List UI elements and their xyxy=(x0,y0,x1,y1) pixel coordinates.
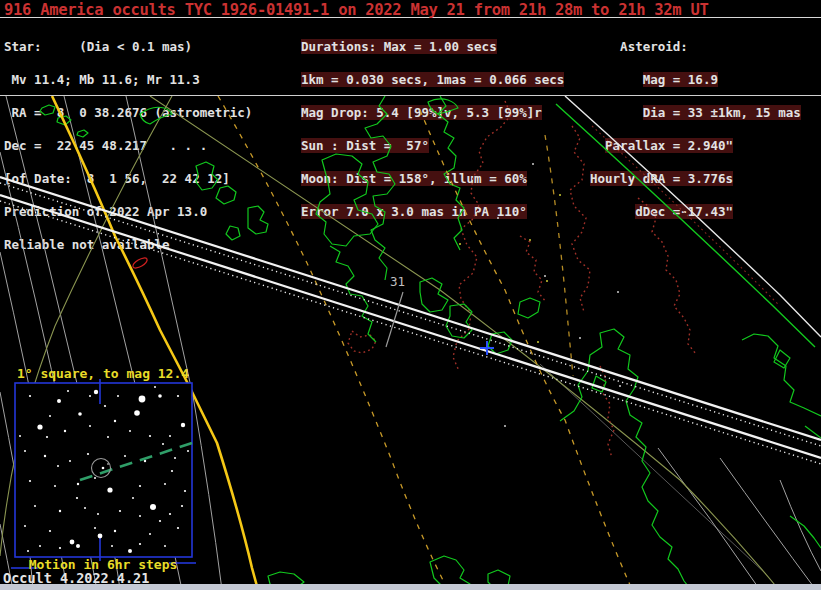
star-dot xyxy=(24,525,26,527)
star-dot xyxy=(70,540,75,545)
boundary-green-line xyxy=(556,104,815,347)
title-bar: 916 America occults TYC 1926-01491-1 on … xyxy=(0,0,821,18)
star-dot xyxy=(119,510,121,512)
visibility-boundary xyxy=(556,96,821,347)
star-line: Star: (Dia < 0.1 mas) xyxy=(4,41,252,52)
map-specks xyxy=(459,163,621,427)
star-dot xyxy=(164,545,166,547)
star-dot xyxy=(117,395,119,397)
olive-long-line xyxy=(150,96,775,585)
star-dot xyxy=(104,405,106,407)
star-dot xyxy=(139,515,141,517)
star-dot xyxy=(124,455,126,457)
star-dot xyxy=(94,527,96,529)
star-dot xyxy=(544,275,546,277)
star-dot xyxy=(94,390,98,394)
star-dot xyxy=(98,534,103,539)
star-dot xyxy=(69,460,71,462)
star-dot xyxy=(102,467,105,470)
star-dot xyxy=(134,410,140,416)
star-dot xyxy=(39,545,41,547)
star-dot xyxy=(159,520,161,522)
star-dot xyxy=(114,530,116,532)
map-canvas: 31 1° square, to mag 12.4 Motion in 6hr … xyxy=(0,96,821,590)
star-dot xyxy=(619,385,621,387)
star-dot xyxy=(111,545,113,547)
star-dot xyxy=(617,291,619,293)
occult-prediction-window: { "title": "916 America occults TYC 1926… xyxy=(0,0,821,590)
star-dot xyxy=(24,450,26,452)
star-dot xyxy=(59,547,61,549)
star-dot xyxy=(54,485,56,487)
star-dot xyxy=(154,386,156,388)
star-dot xyxy=(169,513,171,515)
star-dot xyxy=(77,483,79,485)
star-dot xyxy=(459,243,461,245)
star-dot xyxy=(158,394,162,398)
star-dot xyxy=(64,430,66,432)
header-info: Star: (Dia < 0.1 mas) Mv 11.4; Mb 11.6; … xyxy=(0,18,821,96)
star-dot xyxy=(164,483,166,485)
star-dot xyxy=(139,485,141,487)
event-title: 916 America occults TYC 1926-01491-1 on … xyxy=(4,1,708,19)
inset-border xyxy=(15,383,192,557)
star-dot xyxy=(87,453,89,455)
duration-line: Durations: Max = 1.00 secs xyxy=(301,41,564,52)
star-dot xyxy=(149,533,151,535)
star-dot xyxy=(107,436,109,438)
star-dot xyxy=(529,239,531,241)
star-dot xyxy=(76,497,78,499)
star-dot xyxy=(169,435,171,437)
star-dot xyxy=(559,194,561,196)
time-tick: 31 xyxy=(386,274,405,347)
star-dot xyxy=(181,505,183,507)
duration-line: 1km = 0.030 secs, 1mas = 0.066 secs xyxy=(301,74,564,85)
star-dot xyxy=(76,544,80,548)
star-dot xyxy=(29,480,31,482)
star-dot xyxy=(84,507,86,509)
inset-title: 1° square, to mag 12.4 xyxy=(17,366,189,381)
star-dot xyxy=(504,425,506,427)
inset-star-chart: 1° square, to mag 12.4 Motion in 6hr ste… xyxy=(11,366,196,572)
star-dot xyxy=(128,549,132,553)
star-dot xyxy=(19,435,21,437)
star-dot xyxy=(139,396,146,403)
star-dot xyxy=(49,530,51,532)
star-dot xyxy=(78,412,82,416)
star-dot xyxy=(177,527,179,529)
star-dot xyxy=(94,477,96,479)
star-dot xyxy=(579,337,581,339)
star-dot xyxy=(34,505,36,507)
star-dot xyxy=(46,436,48,438)
star-dot xyxy=(44,455,46,457)
star-dot xyxy=(29,395,31,397)
sun-altitude-dashed-curves xyxy=(218,96,630,590)
star-dot xyxy=(114,420,116,422)
star-dot xyxy=(67,390,69,392)
star-dot xyxy=(37,424,42,429)
star-dot xyxy=(49,415,51,417)
star-dot xyxy=(132,497,134,499)
star-dot xyxy=(97,513,99,515)
star-dot xyxy=(139,543,141,545)
star-dot xyxy=(171,470,173,472)
star-dot xyxy=(162,443,164,445)
asteroid-line: Mag = 16.9 xyxy=(590,74,801,85)
star-dot xyxy=(149,435,151,437)
star-dot xyxy=(89,395,91,397)
star-dot xyxy=(537,341,539,343)
version-label: Occult 4.2022.4.21 xyxy=(3,570,149,586)
star-dot xyxy=(27,550,29,552)
star-dot xyxy=(497,217,499,219)
star-dot xyxy=(57,465,59,467)
star-dot xyxy=(532,163,534,165)
star-dot xyxy=(184,490,186,492)
prediction-map: 31 1° square, to mag 12.4 Motion in 6hr … xyxy=(0,96,821,590)
star-dot xyxy=(174,457,176,459)
star-dot xyxy=(107,463,109,465)
star-dot xyxy=(181,423,185,427)
star-dot xyxy=(150,504,156,510)
error-ellipse xyxy=(131,256,148,270)
star-dot xyxy=(57,399,61,403)
time-tick-label: 31 xyxy=(390,274,405,289)
